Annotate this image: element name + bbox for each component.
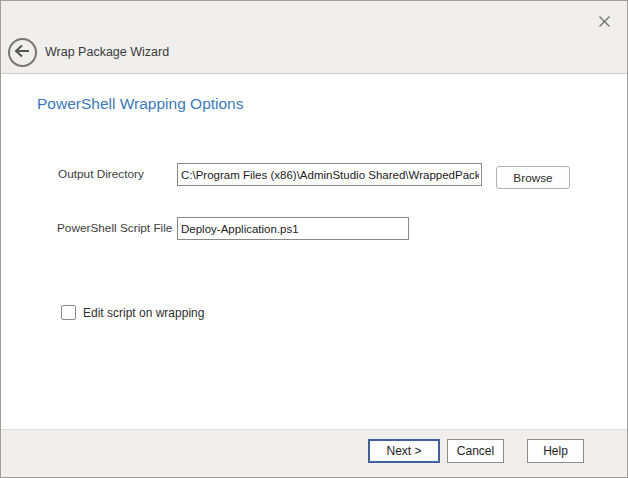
next-button[interactable]: Next > xyxy=(368,439,440,463)
close-icon xyxy=(598,15,611,28)
script-file-label: PowerShell Script File xyxy=(57,221,172,235)
help-button[interactable]: Help xyxy=(527,439,584,463)
back-arrow-icon xyxy=(14,44,31,62)
back-button[interactable] xyxy=(8,38,37,67)
page-title: PowerShell Wrapping Options xyxy=(37,95,244,113)
output-directory-input[interactable] xyxy=(177,163,482,186)
browse-button[interactable]: Browse xyxy=(496,166,570,189)
wizard-header-band: Wrap Package Wizard xyxy=(1,1,627,74)
edit-script-label: Edit script on wrapping xyxy=(83,306,204,320)
script-file-input[interactable] xyxy=(177,217,409,240)
cancel-button[interactable]: Cancel xyxy=(447,439,504,463)
footer-bar: Next > Cancel Help xyxy=(1,429,627,477)
edit-script-checkbox[interactable] xyxy=(61,305,76,320)
output-directory-label: Output Directory xyxy=(58,167,144,181)
close-button[interactable] xyxy=(594,11,614,31)
wrap-package-wizard-dialog: Wrap Package Wizard PowerShell Wrapping … xyxy=(0,0,628,478)
edit-script-option[interactable]: Edit script on wrapping xyxy=(61,305,204,320)
wizard-title: Wrap Package Wizard xyxy=(45,45,169,59)
